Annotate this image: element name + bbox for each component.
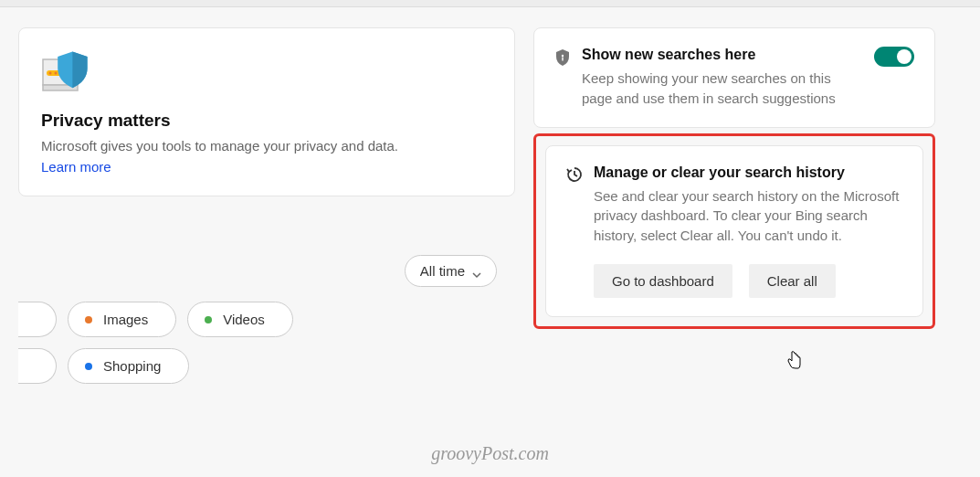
- show-searches-description: Keep showing your new searches on this p…: [582, 69, 863, 109]
- manage-history-card: Manage or clear your search history See …: [545, 145, 923, 317]
- time-filter-label: All time: [420, 263, 465, 279]
- highlight-annotation: Manage or clear your search history See …: [533, 133, 935, 329]
- show-searches-toggle[interactable]: [874, 47, 914, 67]
- chevron-down-icon: [472, 267, 481, 276]
- dot-icon: [85, 363, 92, 370]
- dot-icon: [205, 316, 212, 323]
- shield-icon: [554, 47, 571, 70]
- history-icon: [566, 164, 583, 186]
- cursor-pointer-icon: [786, 350, 803, 374]
- go-to-dashboard-button[interactable]: Go to dashboard: [594, 264, 732, 298]
- chip-shopping[interactable]: Shopping: [68, 348, 189, 384]
- chip-partial[interactable]: [18, 348, 57, 384]
- chip-images[interactable]: Images: [68, 302, 176, 337]
- svg-point-4: [55, 72, 58, 75]
- privacy-title: Privacy matters: [41, 111, 492, 131]
- time-filter-dropdown[interactable]: All time: [405, 255, 497, 287]
- manage-history-description: See and clear your search history on the…: [594, 186, 902, 246]
- show-searches-card: Show new searches here Keep showing your…: [533, 27, 935, 128]
- svg-point-3: [49, 72, 52, 75]
- chip-label: Images: [103, 312, 148, 327]
- dot-icon: [85, 316, 92, 323]
- svg-rect-8: [562, 58, 563, 61]
- clear-all-button[interactable]: Clear all: [749, 264, 836, 298]
- manage-history-title: Manage or clear your search history: [594, 164, 902, 181]
- show-searches-title: Show new searches here: [582, 47, 863, 63]
- watermark: groovyPost.com: [431, 443, 549, 464]
- privacy-matters-card: Privacy matters Microsoft gives you tool…: [18, 27, 515, 196]
- chip-partial[interactable]: [18, 302, 57, 337]
- privacy-shield-icon: [41, 48, 492, 100]
- chip-label: Shopping: [103, 358, 161, 374]
- chip-videos[interactable]: Videos: [187, 302, 293, 337]
- svg-point-7: [562, 55, 564, 57]
- privacy-description: Microsoft gives you tools to manage your…: [41, 138, 492, 154]
- learn-more-link[interactable]: Learn more: [41, 159, 111, 175]
- chip-label: Videos: [223, 312, 265, 327]
